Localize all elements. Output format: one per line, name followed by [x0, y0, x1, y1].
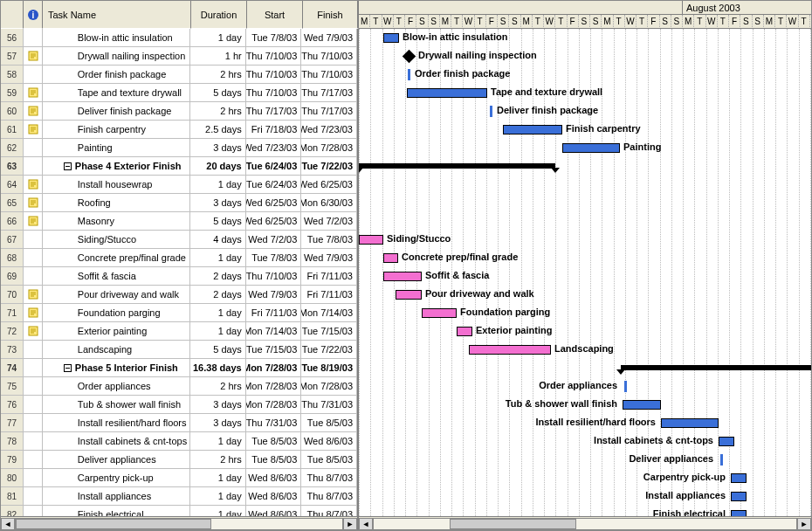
task-name-cell[interactable]: Landscaping	[43, 341, 190, 358]
timescale-header[interactable]: August 2003 MTWTFSSMTWTFSSMTWTFSSMTWTFSS…	[359, 1, 811, 28]
scroll-left-icon[interactable]: ◄	[359, 518, 373, 530]
row-number[interactable]: 78	[1, 432, 24, 450]
row-number[interactable]: 79	[1, 451, 24, 468]
gantt-bar[interactable]	[661, 418, 719, 428]
duration-cell[interactable]: 2 hrs	[190, 66, 246, 83]
gantt-hscroll[interactable]: ◄ ►	[359, 517, 811, 531]
start-cell[interactable]: Wed 7/2/03	[246, 231, 302, 248]
gantt-bar[interactable]	[731, 492, 747, 501]
gantt-bar[interactable]	[383, 272, 422, 281]
summary-bar[interactable]	[621, 365, 811, 370]
gantt-bar[interactable]	[457, 327, 472, 336]
duration-cell[interactable]: 3 days	[190, 139, 246, 156]
task-name-cell[interactable]: Foundation parging	[43, 304, 190, 321]
gantt-bar[interactable]	[719, 437, 734, 446]
gantt-tick[interactable]	[624, 381, 627, 392]
task-row[interactable]: 61Finish carpentry2.5 daysFri 7/18/03Wed…	[1, 121, 357, 139]
start-cell[interactable]: Mon 7/28/03	[246, 377, 302, 395]
gantt-bar[interactable]	[383, 33, 399, 43]
task-name-cell[interactable]: Siding/Stucco	[43, 231, 190, 248]
task-name-cell[interactable]: Phase 5 Interior Finish	[43, 359, 190, 376]
col-header-duration[interactable]: Duration	[191, 1, 247, 29]
finish-cell[interactable]: Wed 7/9/03	[301, 249, 357, 266]
finish-cell[interactable]: Thu 7/17/03	[301, 102, 357, 120]
task-row[interactable]: 59Tape and texture drywall5 daysThu 7/10…	[1, 84, 357, 102]
row-number[interactable]: 74	[1, 359, 24, 376]
col-header-finish[interactable]: Finish	[303, 1, 359, 29]
start-cell[interactable]: Wed 8/6/03	[246, 506, 302, 516]
task-name-cell[interactable]: Finish electrical	[43, 506, 190, 516]
finish-cell[interactable]: Tue 8/5/03	[301, 451, 357, 468]
start-cell[interactable]: Tue 6/24/03	[246, 157, 302, 175]
start-cell[interactable]: Wed 7/9/03	[246, 286, 302, 303]
finish-cell[interactable]: Thu 7/31/03	[301, 396, 357, 413]
task-name-cell[interactable]: Concrete prep/final grade	[43, 249, 190, 266]
duration-cell[interactable]: 3 days	[190, 396, 246, 413]
task-row[interactable]: 82Finish electrical1 dayWed 8/6/03Thu 8/…	[1, 506, 357, 516]
task-name-cell[interactable]: Order finish package	[43, 66, 190, 83]
gantt-bar[interactable]	[503, 125, 562, 134]
finish-cell[interactable]: Tue 7/8/03	[301, 231, 357, 248]
finish-cell[interactable]: Thu 7/17/03	[301, 84, 357, 101]
finish-cell[interactable]: Wed 7/23/03	[301, 121, 357, 138]
gantt-bar[interactable]	[731, 510, 747, 516]
row-number[interactable]: 70	[1, 286, 24, 303]
duration-cell[interactable]: 2 days	[190, 286, 246, 303]
row-number[interactable]: 77	[1, 414, 24, 431]
finish-cell[interactable]: Mon 7/28/03	[301, 139, 357, 156]
outline-collapse-icon[interactable]	[64, 162, 72, 170]
task-row[interactable]: 57Drywall nailing inspection1 hrThu 7/10…	[1, 47, 357, 66]
duration-cell[interactable]: 2 hrs	[190, 377, 246, 395]
row-number[interactable]: 58	[1, 66, 24, 83]
finish-cell[interactable]: Wed 7/9/03	[301, 29, 357, 46]
row-number[interactable]: 80	[1, 469, 24, 486]
finish-cell[interactable]: Thu 7/10/03	[301, 47, 357, 65]
finish-cell[interactable]: Fri 7/11/03	[301, 267, 357, 285]
finish-cell[interactable]: Tue 7/22/03	[301, 341, 357, 358]
task-row[interactable]: 67Siding/Stucco4 daysWed 7/2/03Tue 7/8/0…	[1, 231, 357, 249]
start-cell[interactable]: Wed 8/6/03	[246, 487, 302, 505]
task-row[interactable]: 80Carpentry pick-up1 dayWed 8/6/03Thu 8/…	[1, 469, 357, 487]
finish-cell[interactable]: Fri 7/11/03	[301, 286, 357, 303]
task-name-cell[interactable]: Install appliances	[43, 487, 190, 505]
gantt-bar[interactable]	[469, 345, 551, 355]
task-name-cell[interactable]: Install resilient/hard floors	[43, 414, 190, 431]
start-cell[interactable]: Wed 6/25/03	[246, 212, 302, 230]
finish-cell[interactable]: Tue 8/5/03	[301, 414, 357, 431]
col-header-info[interactable]: i	[24, 1, 43, 29]
task-name-cell[interactable]: Install housewrap	[43, 176, 190, 193]
task-name-cell[interactable]: Install cabinets & cnt-tops	[43, 432, 190, 450]
duration-cell[interactable]: 2 hrs	[190, 102, 246, 120]
task-row[interactable]: 65Roofing3 daysWed 6/25/03Mon 6/30/03	[1, 194, 357, 212]
duration-cell[interactable]: 1 day	[190, 176, 246, 193]
task-row[interactable]: 69Soffit & fascia2 daysThu 7/10/03Fri 7/…	[1, 267, 357, 286]
task-name-cell[interactable]: Order appliances	[43, 377, 190, 395]
summary-bar[interactable]	[359, 163, 555, 169]
finish-cell[interactable]: Mon 7/14/03	[301, 304, 357, 321]
row-number[interactable]: 59	[1, 84, 24, 101]
start-cell[interactable]: Fri 7/11/03	[246, 304, 302, 321]
duration-cell[interactable]: 3 days	[190, 414, 246, 431]
duration-cell[interactable]: 1 day	[190, 469, 246, 486]
task-row[interactable]: 62Painting3 daysWed 7/23/03Mon 7/28/03	[1, 139, 357, 157]
gantt-bar[interactable]	[359, 235, 383, 245]
scroll-left-icon[interactable]: ◄	[1, 518, 15, 530]
scroll-right-icon[interactable]: ►	[343, 518, 357, 530]
row-number[interactable]: 64	[1, 176, 24, 193]
task-row[interactable]: 72Exterior painting1 dayMon 7/14/03Tue 7…	[1, 322, 357, 341]
task-name-cell[interactable]: Phase 4 Exterior Finish	[43, 157, 190, 175]
duration-cell[interactable]: 5 days	[190, 212, 246, 230]
finish-cell[interactable]: Tue 7/22/03	[301, 157, 357, 175]
row-number[interactable]: 57	[1, 47, 24, 65]
gantt-tick[interactable]	[408, 69, 410, 80]
duration-cell[interactable]: 1 day	[190, 432, 246, 450]
task-row[interactable]: 77Install resilient/hard floors3 daysThu…	[1, 414, 357, 432]
start-cell[interactable]: Thu 7/17/03	[246, 102, 302, 120]
task-row[interactable]: 60Deliver finish package2 hrsThu 7/17/03…	[1, 102, 357, 121]
task-row[interactable]: 63Phase 4 Exterior Finish20 daysTue 6/24…	[1, 157, 357, 176]
row-number[interactable]: 81	[1, 487, 24, 505]
row-number[interactable]: 71	[1, 304, 24, 321]
start-cell[interactable]: Thu 7/10/03	[246, 47, 302, 65]
start-cell[interactable]: Mon 7/28/03	[246, 396, 302, 413]
finish-cell[interactable]: Tue 7/15/03	[301, 322, 357, 340]
